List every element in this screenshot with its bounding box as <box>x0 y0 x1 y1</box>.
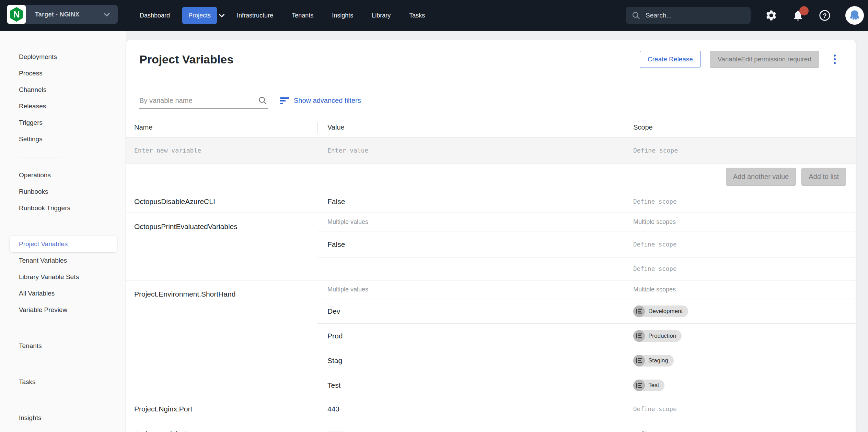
global-search[interactable] <box>626 7 751 24</box>
sidebar-divider <box>19 226 61 226</box>
variable-summary: Multiple valuesMultiple scopes <box>317 213 856 231</box>
scope-placeholder[interactable]: Define scope <box>633 265 676 272</box>
variable-scope-cell[interactable]: Development <box>625 305 856 317</box>
new-variable-scope-input[interactable]: Define scope <box>625 147 856 154</box>
sidebar-item-triggers[interactable]: Triggers <box>0 115 126 131</box>
chevron-down-icon[interactable] <box>217 11 226 20</box>
page-title: Project Variables <box>139 53 233 66</box>
variable-value[interactable]: Stag <box>317 357 625 365</box>
variable-value[interactable]: False <box>317 240 625 249</box>
new-variable-value-input[interactable]: Enter value <box>317 147 625 154</box>
sidebar-item-all-variables[interactable]: All Variables <box>0 285 126 302</box>
new-variable-name-input[interactable]: Enter new variable <box>126 147 317 154</box>
variable-scope-cell[interactable]: Define scope <box>625 406 856 412</box>
variable-scope-cell[interactable]: Define scope <box>625 265 856 272</box>
sidebar-item-releases[interactable]: Releases <box>0 98 126 115</box>
sidebar-item-runbooks[interactable]: Runbooks <box>0 183 126 200</box>
nav-item-tenants[interactable]: Tenants <box>286 7 320 24</box>
variable-name[interactable]: OctopusDisableAzureCLI <box>126 197 317 206</box>
nav-item-tasks[interactable]: Tasks <box>403 7 431 24</box>
scope-chip-development[interactable]: Development <box>633 305 688 317</box>
sidebar-item-runbook-triggers[interactable]: Runbook Triggers <box>0 200 126 216</box>
variable-name[interactable]: Project.Nodejs.Port <box>126 430 317 432</box>
project-variables-card: Project Variables Create Release Variabl… <box>126 40 856 432</box>
sidebar-item-channels[interactable]: Channels <box>0 82 126 98</box>
gear-icon[interactable] <box>765 9 777 22</box>
table-row-project-environment-shorthand[interactable]: Project.Environment.ShortHandMultiple va… <box>126 280 856 398</box>
scope-chip-test[interactable]: Test <box>633 380 664 391</box>
table-row-project-nginx-port[interactable]: Project.Nginx.Port443Define scope <box>126 398 856 420</box>
svg-text:N: N <box>13 10 20 19</box>
environment-icon <box>633 355 645 367</box>
sidebar-item-settings[interactable]: Settings <box>0 131 126 147</box>
svg-text:?: ? <box>823 12 826 19</box>
variable-value[interactable]: 443 <box>317 405 625 413</box>
sidebar-item-tenants[interactable]: Tenants <box>0 338 126 354</box>
environment-icon <box>633 305 645 317</box>
avatar[interactable] <box>845 6 864 25</box>
variable-scope-cell[interactable]: Define scope <box>625 198 856 205</box>
variable-name-filter[interactable] <box>139 95 268 109</box>
scope-placeholder[interactable]: Define scope <box>633 198 676 205</box>
nav-item-infrastructure[interactable]: Infrastructure <box>231 7 279 24</box>
variable-value[interactable]: False <box>317 197 625 206</box>
project-sidebar: DeploymentsProcessChannelsReleasesTrigge… <box>0 31 126 432</box>
filter-icon <box>280 97 290 104</box>
sidebar-item-variable-preview[interactable]: Variable Preview <box>0 302 126 318</box>
table-row-project-nodejs-port[interactable]: Project.Nodejs.Port5555Define scope <box>126 420 856 432</box>
variable-name[interactable]: Project.Nginx.Port <box>126 405 317 413</box>
summary-value: Multiple values <box>317 218 625 226</box>
environment-icon <box>633 330 645 342</box>
table-row-octopusdisableazurecli[interactable]: OctopusDisableAzureCLIFalseDefine scope <box>126 190 856 213</box>
bell-icon[interactable] <box>792 9 804 22</box>
variable-name-filter-input[interactable] <box>139 97 257 105</box>
nginx-logo-icon: N <box>7 5 26 24</box>
scope-placeholder[interactable]: Define scope <box>633 241 676 248</box>
nav-item-library[interactable]: Library <box>366 7 397 24</box>
variable-scope-cell[interactable]: Define scope <box>625 431 856 432</box>
nav-item-projects[interactable]: Projects <box>182 7 217 24</box>
sidebar-item-operations[interactable]: Operations <box>0 167 126 183</box>
nav-item-insights[interactable]: Insights <box>326 7 359 24</box>
variable-scope-cell[interactable]: Production <box>625 330 856 342</box>
summary-scope-cell: Multiple scopes <box>625 218 856 226</box>
sidebar-item-insights[interactable]: Insights <box>0 410 126 426</box>
sidebar-item-library-variable-sets[interactable]: Library Variable Sets <box>0 269 126 285</box>
variable-scope-cell[interactable]: Staging <box>625 355 856 367</box>
help-icon[interactable]: ? <box>819 9 831 22</box>
sidebar-divider <box>19 400 61 400</box>
column-header-value: Value <box>317 123 625 131</box>
overflow-menu-icon[interactable] <box>830 52 839 67</box>
sidebar-item-deployments[interactable]: Deployments <box>0 49 126 65</box>
nav-item-dashboard[interactable]: Dashboard <box>134 7 176 24</box>
variable-name[interactable]: OctopusPrintEvaluatedVariables <box>126 223 317 231</box>
variable-value[interactable]: Dev <box>317 307 625 315</box>
search-input[interactable] <box>646 12 745 19</box>
variable-scope-cell[interactable]: Define scope <box>625 241 856 248</box>
scope-placeholder[interactable]: Define scope <box>633 406 676 412</box>
sidebar-item-tasks[interactable]: Tasks <box>0 374 126 390</box>
card-header: Project Variables Create Release Variabl… <box>134 50 839 69</box>
scope-placeholder[interactable]: Define scope <box>633 431 676 432</box>
column-divider <box>317 122 318 133</box>
variable-name[interactable]: Project.Environment.ShortHand <box>126 290 317 298</box>
project-selector[interactable]: N Target - NGINX <box>7 5 118 24</box>
variable-summary: Multiple valuesMultiple scopes <box>317 280 856 299</box>
sidebar-divider <box>19 157 61 157</box>
summary-scope-cell: Multiple scopes <box>625 286 856 293</box>
scope-chip-production[interactable]: Production <box>633 330 682 342</box>
search-icon <box>631 11 641 20</box>
show-advanced-filters-link[interactable]: Show advanced filters <box>280 97 361 109</box>
sidebar-item-project-variables[interactable]: Project Variables <box>10 236 117 252</box>
variable-value[interactable]: Prod <box>317 332 625 340</box>
create-release-button[interactable]: Create Release <box>640 51 701 68</box>
table-row-octopusprintevaluatedvariables[interactable]: OctopusPrintEvaluatedVariablesMultiple v… <box>126 213 856 280</box>
variable-scope-cell[interactable]: Test <box>625 380 856 391</box>
sidebar-item-process[interactable]: Process <box>0 65 126 82</box>
scope-chip-staging[interactable]: Staging <box>633 355 674 367</box>
filter-row: Show advanced filters <box>139 89 856 109</box>
variable-value[interactable]: Test <box>317 381 625 389</box>
summary-value: Multiple values <box>317 286 625 293</box>
sidebar-item-tenant-variables[interactable]: Tenant Variables <box>0 252 126 269</box>
variable-value[interactable]: 5555 <box>317 430 625 432</box>
